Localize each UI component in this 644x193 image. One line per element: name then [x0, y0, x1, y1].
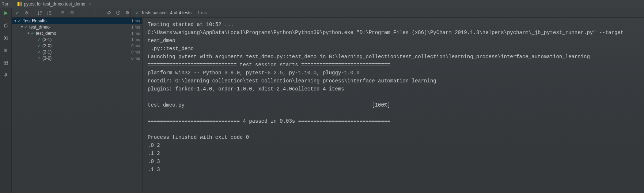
tree-row[interactable]: ▼✓(3-1)1 ms	[12, 36, 142, 42]
toolbar: ✓ ⊘ ↑	[12, 8, 644, 18]
tree-row[interactable]: ▼✓test_demo1 ms	[12, 30, 142, 36]
svg-rect-1	[18, 2, 19, 6]
pass-icon: ✓	[31, 31, 34, 36]
separator	[33, 10, 33, 16]
run-tab[interactable]: pytest for test_dmeo.test_demo ×	[14, 0, 95, 8]
pass-icon: ✓	[37, 56, 41, 61]
next-failed-icon[interactable]: ↓	[92, 10, 98, 16]
chevron-down-icon[interactable]: ▼	[26, 31, 31, 35]
tree-label: (3-1)	[42, 37, 130, 42]
sort-alpha-icon[interactable]	[37, 10, 43, 16]
splitter: ▼ ✓ Test Results 1 ms ▼✓test_dmeo1 ms▼✓t…	[12, 18, 644, 193]
tree-time: 0 ms	[130, 50, 140, 54]
run-tool-window: Run: pytest for test_dmeo.test_demo ×	[0, 0, 644, 193]
toggle-auto-test-button[interactable]	[2, 34, 10, 42]
tree-label: (2-0)	[42, 43, 130, 48]
tree-label: (3-0)	[42, 56, 130, 61]
status-duration: – 1 ms	[194, 10, 207, 15]
status-check-icon: ✓	[135, 10, 139, 15]
separator	[79, 10, 79, 16]
pass-icon: ✓	[18, 18, 21, 23]
tree-time: 0 ms	[130, 56, 140, 60]
stop-button[interactable]	[2, 47, 10, 54]
svg-rect-0	[17, 2, 18, 6]
tree-time: 1 ms	[130, 19, 140, 23]
tab-label: pytest for test_dmeo.test_demo	[24, 1, 85, 7]
tree-root-row[interactable]: ▼ ✓ Test Results 1 ms	[12, 18, 142, 24]
collapse-all-icon[interactable]	[69, 10, 75, 16]
tree-time: 1 ms	[130, 37, 140, 42]
svg-rect-5	[4, 49, 7, 52]
show-ignored-icon[interactable]: ⊘	[23, 10, 29, 16]
chevron-down-icon[interactable]: ▼	[20, 25, 24, 29]
separator	[56, 10, 56, 16]
toolbar-left: ✓ ⊘ ↑	[12, 8, 131, 17]
tree-time: 0 ms	[130, 44, 140, 48]
center-wrap: ✓ ⊘ ↑	[12, 8, 644, 193]
close-icon[interactable]: ×	[89, 1, 92, 7]
gear-icon[interactable]: ⚙	[124, 10, 130, 16]
tab-row: Run: pytest for test_dmeo.test_demo ×	[0, 0, 644, 8]
tree-label: Test Results	[23, 18, 130, 23]
expand-all-icon[interactable]	[60, 10, 66, 16]
rerun-failed-button[interactable]	[2, 22, 10, 29]
tree-row[interactable]: ▼✓test_dmeo1 ms	[12, 24, 142, 30]
run-label: Run:	[1, 1, 14, 7]
svg-rect-2	[19, 2, 20, 6]
test-tree[interactable]: ▼ ✓ Test Results 1 ms ▼✓test_dmeo1 ms▼✓t…	[12, 18, 143, 193]
tree-row[interactable]: ▼✓(3-0)0 ms	[12, 55, 142, 61]
run-button[interactable]	[2, 10, 10, 17]
pytest-icon	[16, 1, 22, 7]
work-area: ✓ ⊘ ↑	[0, 8, 644, 193]
tree-label: test_demo	[36, 31, 130, 36]
layout-button[interactable]	[2, 59, 10, 67]
export-icon[interactable]	[106, 10, 112, 16]
tree-row[interactable]: ▼✓(2-0)0 ms	[12, 42, 142, 49]
pass-icon: ✓	[37, 43, 41, 48]
tree-time: 1 ms	[130, 31, 140, 36]
chevron-down-icon[interactable]: ▼	[13, 19, 18, 23]
tree-label: test_dmeo	[29, 25, 130, 30]
sort-duration-icon[interactable]	[46, 10, 52, 16]
console-output[interactable]: Testing started at 10:52 ... C:\Users\we…	[143, 18, 644, 193]
pass-icon: ✓	[37, 49, 41, 55]
prev-failed-icon[interactable]: ↑	[83, 10, 89, 16]
show-passed-icon[interactable]: ✓	[14, 10, 20, 16]
history-icon[interactable]	[115, 10, 121, 16]
pass-icon: ✓	[24, 25, 28, 30]
status-counts: 4 of 4 tests	[170, 10, 192, 15]
pin-button[interactable]	[2, 72, 10, 79]
tree-row[interactable]: ▼✓(2-1)0 ms	[12, 49, 142, 55]
left-gutter	[0, 8, 12, 193]
pass-icon: ✓	[37, 37, 41, 42]
status-prefix: Tests passed:	[141, 10, 168, 15]
svg-rect-6	[4, 61, 8, 65]
svg-rect-3	[21, 2, 22, 6]
toolbar-status: ✓ Tests passed: 4 of 4 tests – 1 ms	[131, 10, 644, 15]
tree-label: (2-1)	[42, 49, 130, 55]
separator	[102, 10, 102, 16]
tree-time: 1 ms	[130, 25, 140, 29]
